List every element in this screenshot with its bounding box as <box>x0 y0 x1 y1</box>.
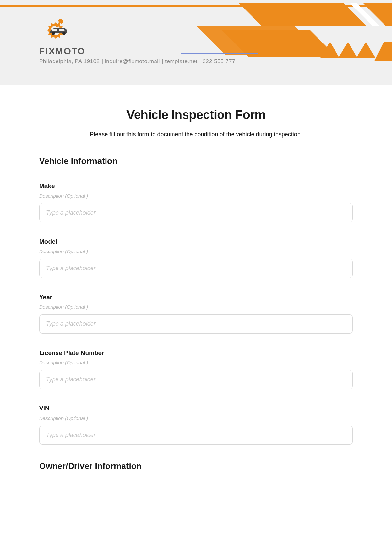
field-label-make: Make <box>39 182 353 190</box>
form-field-model: Model Description (Optional ) <box>39 238 353 278</box>
field-description-make: Description (Optional ) <box>39 193 353 199</box>
header-area: FIXMOTO Philadelphia, PA 19102 | inquire… <box>0 0 392 85</box>
make-input[interactable] <box>39 203 353 222</box>
field-label-model: Model <box>39 238 353 245</box>
svg-point-10 <box>52 32 55 35</box>
page-description: Please fill out this form to document th… <box>39 131 353 138</box>
main-content: Vehicle Inspection Form Please fill out … <box>0 85 392 481</box>
form-field-vin: VIN Description (Optional ) <box>39 405 353 445</box>
company-logo-icon <box>39 19 75 43</box>
svg-marker-8 <box>374 42 392 61</box>
logo-block: FIXMOTO Philadelphia, PA 19102 | inquire… <box>39 19 235 65</box>
svg-marker-7 <box>356 42 376 58</box>
field-label-vin: VIN <box>39 405 353 412</box>
field-description-license-plate: Description (Optional ) <box>39 360 353 365</box>
page-title: Vehicle Inspection Form <box>39 108 353 122</box>
form-field-license-plate: License Plate Number Description (Option… <box>39 349 353 389</box>
section-title-owner-driver: Owner/Driver Information <box>39 461 353 471</box>
field-description-model: Description (Optional ) <box>39 249 353 254</box>
field-description-vin: Description (Optional ) <box>39 415 353 421</box>
model-input[interactable] <box>39 259 353 278</box>
field-label-year: Year <box>39 294 353 301</box>
link-underline <box>181 53 258 54</box>
company-contact-info: Philadelphia, PA 19102 | inquire@fixmoto… <box>39 58 235 65</box>
license-plate-input[interactable] <box>39 370 353 389</box>
svg-marker-6 <box>338 42 358 58</box>
svg-point-11 <box>62 32 66 35</box>
svg-marker-0 <box>229 0 366 26</box>
field-label-license-plate: License Plate Number <box>39 349 353 356</box>
form-field-make: Make Description (Optional ) <box>39 182 353 222</box>
year-input[interactable] <box>39 314 353 334</box>
vin-input[interactable] <box>39 426 353 445</box>
field-description-year: Description (Optional ) <box>39 304 353 310</box>
form-field-year: Year Description (Optional ) <box>39 294 353 334</box>
section-title-vehicle-info: Vehicle Information <box>39 156 353 166</box>
company-name: FIXMOTO <box>39 46 235 57</box>
